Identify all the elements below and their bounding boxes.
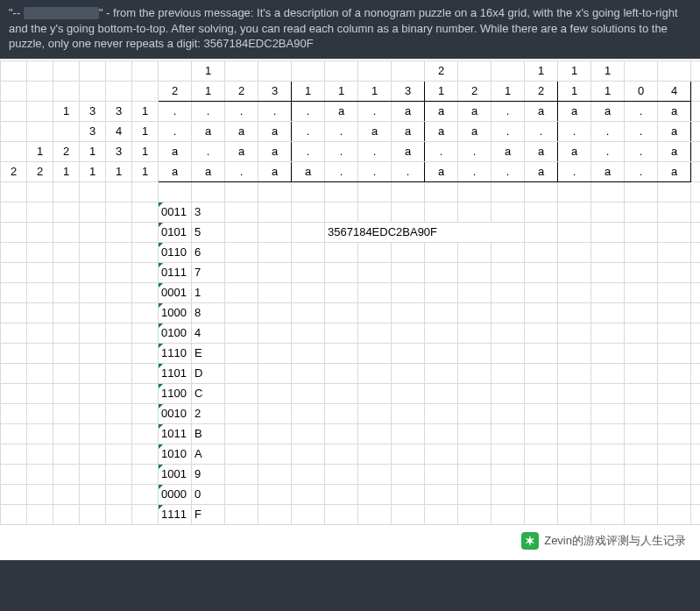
blank	[106, 484, 132, 504]
blank	[491, 343, 525, 363]
grid-cell: .	[458, 141, 491, 161]
blank	[658, 484, 691, 504]
grid-cell: .	[358, 141, 392, 161]
blank	[258, 202, 292, 222]
blank	[658, 323, 691, 343]
binary-value: 1000	[159, 302, 192, 323]
blank	[392, 323, 425, 343]
blank	[392, 403, 425, 423]
binary-value: 1010	[159, 444, 192, 464]
col-clue-bottom: 1	[558, 81, 591, 101]
blank	[225, 423, 258, 444]
blank	[1, 262, 27, 282]
blank	[591, 444, 625, 464]
blank	[392, 181, 425, 202]
blank	[1, 423, 27, 444]
blank	[53, 262, 80, 282]
blank	[491, 181, 525, 202]
col-clue-bottom: 1	[325, 81, 358, 101]
blank	[425, 444, 458, 464]
blank	[325, 343, 358, 363]
blank	[558, 262, 591, 282]
blank	[106, 363, 132, 383]
blank	[132, 242, 159, 262]
blank	[392, 242, 425, 262]
col-clue-bottom: 3	[392, 81, 425, 101]
blank	[525, 343, 558, 363]
blank	[106, 444, 132, 464]
blank	[292, 484, 325, 504]
grid-cell: a	[491, 141, 525, 161]
blank	[27, 423, 53, 444]
blank	[491, 242, 525, 262]
blank	[625, 383, 658, 403]
grid-cell: a	[425, 101, 458, 121]
col-clue-bottom: 1	[192, 81, 225, 101]
grid-cell: .	[625, 101, 658, 121]
grid-cell: a	[258, 141, 292, 161]
binary-value: 1011	[159, 423, 192, 444]
grid-cell: .	[159, 101, 192, 121]
blank	[458, 343, 491, 363]
blank	[358, 484, 392, 504]
blank	[358, 343, 392, 363]
blank	[225, 181, 258, 202]
grid-cell: a	[225, 121, 258, 141]
blank	[558, 343, 591, 363]
blank	[591, 302, 625, 323]
blank	[425, 423, 458, 444]
grid-cell: .	[625, 161, 658, 181]
blank	[392, 464, 425, 484]
blank	[558, 323, 591, 343]
grid-cell: .	[325, 161, 358, 181]
grid-cell: .	[159, 121, 192, 141]
clue-blank	[106, 60, 132, 81]
grid-cell: a	[392, 141, 425, 161]
col-clue-top	[392, 60, 425, 81]
blank	[491, 464, 525, 484]
hex-value: 1	[192, 282, 225, 302]
col-clue-top	[658, 60, 691, 81]
blank	[491, 363, 525, 383]
binary-value: 0111	[159, 262, 192, 282]
clue-blank	[132, 81, 159, 101]
grid-cell: .	[292, 141, 325, 161]
blank	[132, 484, 159, 504]
row-clue: 1	[132, 141, 159, 161]
grid-cell: .	[591, 121, 625, 141]
blank	[80, 423, 106, 444]
hex-value: 7	[192, 262, 225, 282]
blank	[658, 262, 691, 282]
blank	[392, 202, 425, 222]
blank	[132, 181, 159, 202]
blank	[458, 202, 491, 222]
blank	[658, 504, 691, 524]
blank	[225, 363, 258, 383]
blank	[258, 302, 292, 323]
blank	[658, 464, 691, 484]
binary-value: 0100	[159, 323, 192, 343]
blank	[132, 262, 159, 282]
row-clue: 1	[106, 161, 132, 181]
blank	[325, 504, 358, 524]
clue-blank	[27, 81, 53, 101]
blank	[325, 423, 358, 444]
blank	[458, 363, 491, 383]
blank	[458, 181, 491, 202]
hex-value: D	[192, 363, 225, 383]
blank	[625, 484, 658, 504]
blank	[106, 181, 132, 202]
blank	[392, 302, 425, 323]
blank	[325, 383, 358, 403]
blank	[106, 302, 132, 323]
col-clue-bottom: 2	[159, 81, 192, 101]
grid-cell: a	[258, 161, 292, 181]
grid-cell: .	[325, 141, 358, 161]
row-clue	[1, 121, 27, 141]
blank	[325, 444, 358, 464]
grid-cell: a	[558, 141, 591, 161]
blank	[658, 444, 691, 464]
blank	[691, 121, 701, 141]
blank	[292, 302, 325, 323]
blank	[53, 363, 80, 383]
